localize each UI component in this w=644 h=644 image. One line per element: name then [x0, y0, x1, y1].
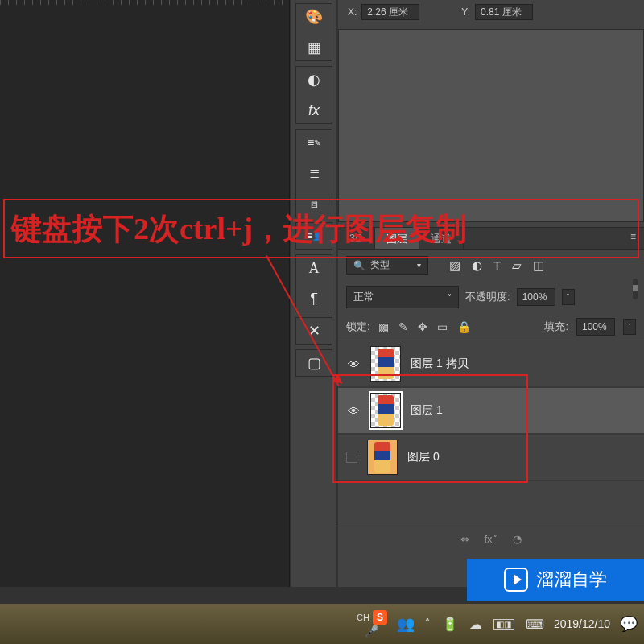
blend-row: 正常 ˅ 不透明度: ˅	[338, 281, 644, 313]
blend-mode-value: 正常	[353, 290, 374, 304]
layers-empty-area[interactable]	[338, 481, 644, 526]
watermark-badge: 溜溜自学	[467, 559, 644, 601]
battery-icon[interactable]: 🔋	[442, 617, 458, 632]
layer-name[interactable]: 图层 0	[407, 450, 440, 464]
layers-list: 👁 图层 1 拷贝 👁 图层 1 图层 0	[338, 341, 644, 481]
tool-group-5: A ¶	[295, 254, 332, 312]
filter-shape-icon[interactable]: ▱	[512, 258, 522, 273]
taskbar-date: 2019/12/10	[554, 617, 610, 631]
opacity-stepper[interactable]: ˅	[562, 289, 575, 305]
blend-mode-select[interactable]: 正常 ˅	[346, 286, 459, 308]
lock-all-icon[interactable]: 🔒	[457, 320, 471, 333]
filter-type-select[interactable]: 🔍 类型 ▾	[346, 256, 428, 275]
search-icon: 🔍	[353, 260, 365, 271]
sogou-icon: S	[373, 610, 387, 625]
list-brush-icon[interactable]: ≡✎	[304, 133, 324, 152]
layer-thumbnail[interactable]	[367, 440, 398, 475]
fill-stepper[interactable]: ˅	[623, 319, 636, 335]
vr-icon[interactable]: ◧◨	[493, 619, 514, 630]
ruler	[0, 0, 290, 5]
mic-icon[interactable]: 🎤	[365, 625, 378, 638]
tray-chevron-up-icon[interactable]: ˄	[424, 617, 431, 632]
chevron-down-icon: ▾	[417, 261, 421, 270]
layer-fx-icon[interactable]: fx˅	[484, 533, 497, 545]
lock-transparent-icon[interactable]: ▩	[378, 320, 389, 333]
annotation-text: 键盘按下2次ctrl+j，进行图层复制	[11, 208, 467, 250]
fx-icon[interactable]: fx	[304, 101, 324, 120]
tool-group-1: 🎨 ▦	[295, 3, 332, 61]
opacity-input[interactable]	[517, 288, 555, 306]
filter-type-label: 类型	[370, 258, 390, 272]
layer-row[interactable]: 👁 图层 1 拷贝	[338, 341, 644, 387]
tool-column: 🎨 ▦ ◐ fx ≡✎ ≣ ⧈ ≡👤 A ¶ ✕ ▢	[291, 0, 336, 587]
filter-toggle[interactable]	[633, 279, 638, 299]
lock-move-icon[interactable]: ✥	[418, 320, 427, 333]
lock-label: 锁定:	[346, 320, 370, 334]
link-layers-icon[interactable]: ⇔	[460, 533, 469, 545]
filter-adjust-icon[interactable]: ◐	[472, 258, 482, 273]
opacity-label: 不透明度:	[465, 290, 510, 304]
y-input[interactable]	[475, 4, 533, 20]
ime-lang: CH	[357, 613, 369, 622]
x-input[interactable]	[361, 4, 419, 20]
fill-input[interactable]	[576, 318, 615, 336]
grid-icon[interactable]: ▦	[304, 38, 324, 57]
system-tray: ˄ 🔋 ☁ ◧◨ ⌨	[424, 617, 544, 632]
palette-icon[interactable]: 🎨	[304, 7, 324, 27]
visibility-eye-icon[interactable]: 👁	[346, 357, 361, 371]
layer-thumbnail[interactable]	[370, 393, 401, 428]
annotation-box: 键盘按下2次ctrl+j，进行图层复制	[3, 199, 639, 258]
layer-thumbnail[interactable]	[370, 346, 401, 382]
filter-text-icon[interactable]: T	[493, 258, 501, 273]
lock-brush-icon[interactable]: ✎	[398, 320, 408, 333]
list-icon[interactable]: ≣	[304, 163, 324, 183]
canvas-area[interactable]	[0, 0, 290, 587]
filter-kind-icons: ▨ ◐ T ▱ ◫	[449, 258, 544, 273]
play-icon	[504, 568, 528, 592]
taskbar-clock[interactable]: 2019/12/10	[554, 617, 610, 631]
layer-row[interactable]: 👁 图层 1	[338, 387, 644, 434]
layer-name[interactable]: 图层 1 拷贝	[411, 357, 469, 371]
notification-icon[interactable]: 💬	[620, 615, 638, 633]
layers-footer: ⇔ fx˅ ◔	[338, 526, 644, 551]
lock-artboard-icon[interactable]: ▭	[437, 320, 448, 333]
lock-row: 锁定: ▩ ✎ ✥ ▭ 🔒 填充: ˅	[338, 313, 644, 341]
layer-mask-icon[interactable]: ◔	[513, 533, 522, 545]
watermark-text: 溜溜自学	[536, 568, 607, 592]
tool-group-2: ◐ fx	[295, 66, 332, 124]
properties-row: X: Y:	[338, 0, 644, 24]
ime-indicator[interactable]: CH S 🎤	[357, 610, 387, 638]
chevron-down-icon: ˅	[448, 293, 452, 302]
keyboard-icon[interactable]: ⌨	[526, 617, 544, 632]
contrast-icon[interactable]: ◐	[304, 70, 324, 89]
layer-row[interactable]: 图层 0	[338, 434, 644, 481]
people-icon[interactable]: 👥	[397, 615, 415, 633]
right-panel: X: Y: 3D 图层 通道 ≡ 🔍 类型 ▾ ▨ ◐ T ▱ ◫ 正常 ˅ 不	[338, 0, 644, 587]
properties-panel-body	[338, 29, 644, 222]
text-a-icon[interactable]: A	[304, 258, 324, 278]
cloud-icon[interactable]: ☁	[469, 617, 482, 632]
x-label: X:	[348, 6, 357, 18]
layer-name[interactable]: 图层 1	[411, 403, 443, 418]
visibility-empty-icon[interactable]	[346, 452, 357, 463]
paragraph-icon[interactable]: ¶	[304, 289, 324, 308]
y-label: Y:	[461, 6, 470, 18]
filter-smart-icon[interactable]: ◫	[533, 258, 544, 273]
visibility-eye-icon[interactable]: 👁	[346, 404, 361, 418]
filter-image-icon[interactable]: ▨	[449, 258, 460, 273]
taskbar: CH S 🎤 👥 ˄ 🔋 ☁ ◧◨ ⌨ 2019/12/10 💬	[0, 604, 644, 644]
fill-label: 填充:	[544, 320, 568, 334]
